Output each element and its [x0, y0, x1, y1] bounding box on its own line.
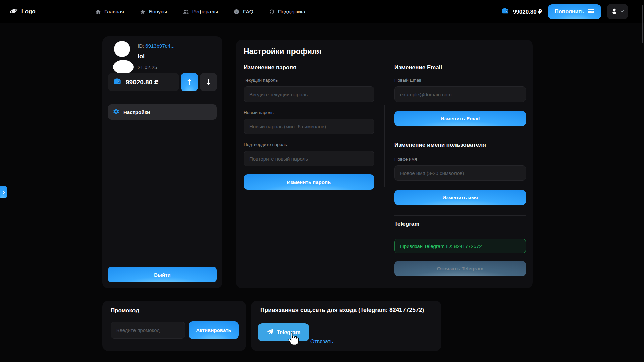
- profile-id-value[interactable]: 6913b97e4...: [145, 43, 175, 49]
- new-name-input[interactable]: [394, 165, 526, 181]
- page-title: Настройки профиля: [244, 47, 321, 56]
- nav-item-referrals[interactable]: Рефералы: [182, 8, 218, 15]
- password-heading: Изменение пароля: [244, 64, 297, 71]
- unlink-social-link[interactable]: Отвязать: [310, 339, 333, 345]
- sidebar-balance-value: 99020.80 ₽: [126, 78, 159, 86]
- planet-logo-icon: [9, 7, 18, 17]
- profile-id-label: ID:: [138, 43, 144, 49]
- users-icon: [182, 8, 189, 15]
- topup-label: Пополнить: [555, 9, 584, 15]
- scrollbar[interactable]: [642, 5, 643, 43]
- home-icon: [95, 9, 101, 15]
- credit-card-icon: [588, 8, 594, 15]
- sidebar-expand-button[interactable]: [0, 186, 7, 198]
- telegram-button-label: Telegram: [277, 329, 301, 336]
- confirm-password-input[interactable]: [244, 151, 374, 166]
- unlink-telegram-button[interactable]: Отвязать Telegram: [394, 261, 526, 276]
- logo[interactable]: Logo: [9, 0, 36, 23]
- main-nav: Главная Бонусы Рефералы ? FAQ Поддержка: [95, 0, 305, 23]
- new-password-label: Новый пароль: [244, 110, 274, 115]
- promo-card: Промокод Активировать: [102, 301, 246, 351]
- nav-item-home[interactable]: Главная: [95, 9, 124, 15]
- new-name-label: Новое имя: [394, 157, 417, 162]
- linked-social-heading: Привязанная соц.сеть для входа (Telegram…: [260, 307, 424, 314]
- svg-text:?: ?: [235, 10, 237, 13]
- profile-avatar: [111, 40, 136, 76]
- telegram-login-button[interactable]: Telegram: [258, 323, 309, 341]
- top-navbar: Logo Главная Бонусы Рефералы ? FAQ Подде…: [0, 0, 644, 23]
- sidebar-divider: [108, 99, 217, 99]
- telegram-heading: Telegram: [394, 221, 419, 227]
- nav-label: Бонусы: [149, 9, 167, 15]
- telegram-status-badge: Привязан Telegram ID: 8241772572: [394, 239, 526, 253]
- new-email-input[interactable]: [394, 86, 526, 102]
- linked-social-card: Привязанная соц.сеть для входа (Telegram…: [251, 301, 441, 351]
- change-name-button[interactable]: Изменить имя: [394, 190, 526, 205]
- nav-label: Поддержка: [278, 9, 305, 15]
- email-heading: Изменение Email: [394, 64, 442, 71]
- nav-item-faq[interactable]: ? FAQ: [233, 9, 253, 15]
- topup-button[interactable]: Пополнить: [548, 4, 601, 19]
- sidebar-balance: 99020.80 ₽: [108, 73, 179, 91]
- gear-icon: [113, 108, 120, 116]
- column-divider: [384, 105, 385, 187]
- deposit-button[interactable]: ↑: [181, 73, 198, 91]
- new-password-input[interactable]: [244, 119, 374, 134]
- wallet-icon: [501, 7, 510, 17]
- telegram-section-divider: [394, 215, 526, 216]
- change-password-button[interactable]: Изменить пароль: [244, 174, 374, 190]
- promo-heading: Промокод: [111, 307, 139, 314]
- question-icon: ?: [233, 9, 240, 15]
- profile-username: lol: [138, 53, 145, 60]
- sidebar-item-label: Настройки: [123, 109, 150, 115]
- logout-button[interactable]: Выйти: [108, 267, 217, 282]
- headset-icon: [269, 9, 275, 15]
- wallet-icon: [113, 77, 122, 87]
- new-email-label: Новый Email: [394, 78, 421, 83]
- withdraw-button[interactable]: ↓: [200, 73, 217, 91]
- user-avatar-icon: [611, 7, 618, 16]
- nav-label: FAQ: [243, 9, 253, 15]
- chevron-down-icon: [620, 9, 624, 15]
- activate-promo-button[interactable]: Активировать: [189, 321, 239, 339]
- current-password-input[interactable]: [244, 86, 374, 102]
- profile-settings-panel: Настройки профиля Изменение пароля Текущ…: [236, 40, 533, 288]
- telegram-plane-icon: [267, 328, 274, 337]
- profile-id: ID: 6913b97e4...: [138, 43, 175, 49]
- username-heading: Изменение имени пользователя: [394, 142, 486, 148]
- nav-label: Главная: [104, 9, 124, 15]
- nav-label: Рефералы: [192, 9, 218, 15]
- navbar-right: 99020.80 ₽ Пополнить: [501, 0, 628, 23]
- account-menu-button[interactable]: [607, 4, 628, 19]
- star-icon: [140, 9, 146, 15]
- confirm-password-label: Подтвердите пароль: [244, 142, 287, 147]
- promo-input[interactable]: [111, 322, 185, 339]
- sidebar-item-settings[interactable]: Настройки: [108, 104, 217, 120]
- change-email-button[interactable]: Изменить Email: [394, 111, 526, 126]
- logo-text: Logo: [21, 8, 36, 15]
- current-password-label: Текущий пароль: [244, 78, 278, 83]
- nav-item-bonuses[interactable]: Бонусы: [140, 9, 167, 15]
- top-balance-value: 99020.80 ₽: [513, 8, 542, 15]
- profile-sidebar: ID: 6913b97e4... lol 21.02.25 99020.80 ₽…: [102, 36, 222, 288]
- profile-register-date: 21.02.25: [138, 64, 157, 70]
- top-balance: 99020.80 ₽: [501, 7, 542, 17]
- nav-item-support[interactable]: Поддержка: [269, 9, 305, 15]
- chevron-right-icon: [1, 190, 6, 195]
